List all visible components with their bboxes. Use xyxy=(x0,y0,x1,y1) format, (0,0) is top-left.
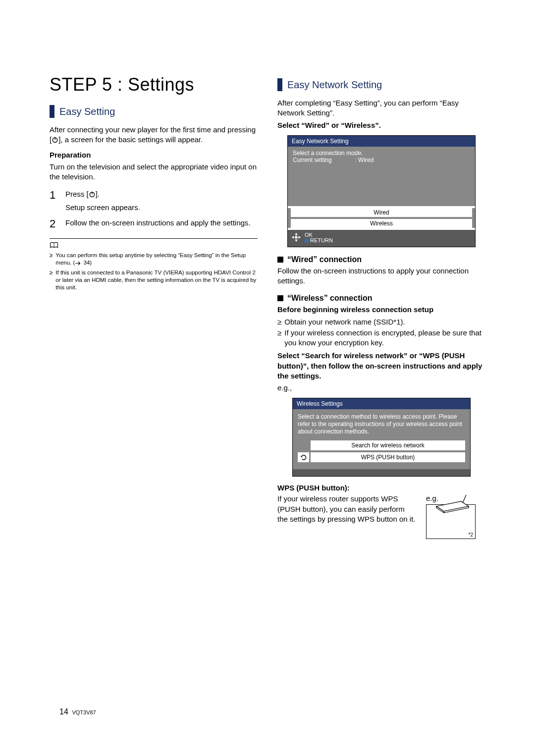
intro-text: After connecting your new player for the… xyxy=(50,125,258,146)
svg-point-5 xyxy=(295,236,298,239)
two-column-layout: STEP 5 : Settings Easy Setting After con… xyxy=(50,74,485,539)
return-dot-icon xyxy=(305,239,309,243)
router-icon xyxy=(431,494,471,516)
eg-label: e.g., xyxy=(277,383,485,393)
page-number: 14 xyxy=(59,707,68,716)
note2-text: If this unit is connected to a Panasonic… xyxy=(55,269,258,291)
page-footer: 14 VQT3V87 xyxy=(59,707,96,716)
square-bullet-icon xyxy=(277,257,283,263)
doc-code: VQT3V87 xyxy=(72,709,96,715)
note-item: ≥ You can perform this setup anytime by … xyxy=(50,252,258,268)
step1-sub: Setup screen appears. xyxy=(65,202,258,213)
bullet-dot-icon: ≥ xyxy=(50,269,53,291)
bullet-dot-icon: ≥ xyxy=(277,317,281,327)
easy-setting-heading-text: Easy Setting xyxy=(59,106,115,117)
step-number: 1 xyxy=(50,189,60,202)
step1-b: ]. xyxy=(96,190,100,198)
panel-title: Easy Network Setting xyxy=(288,136,475,147)
panel2-title: Wireless Settings xyxy=(293,398,470,409)
panel2-desc: Select a connection method to wireless a… xyxy=(298,413,465,435)
panel-line2-label: Current setting xyxy=(293,157,332,163)
power-icon xyxy=(89,190,96,200)
step1-a: Press [ xyxy=(65,190,89,198)
step-title: STEP 5 : Settings xyxy=(50,74,258,95)
list-item: ≥If your wireless connection is encrypte… xyxy=(277,328,485,348)
option-search-network[interactable]: Search for wireless network xyxy=(298,440,465,450)
bullet-dot-icon: ≥ xyxy=(50,252,53,268)
panel-body: Select a connection mode. Current settin… xyxy=(288,147,475,206)
option-search-label: Search for wireless network xyxy=(311,440,465,450)
note-text: You can perform this setup anytime by se… xyxy=(55,252,258,268)
ok-return-group: OK RETURN xyxy=(305,232,333,243)
left-column: STEP 5 : Settings Easy Setting After con… xyxy=(50,74,258,539)
wps-ref: *2 xyxy=(469,532,473,538)
wps-row: If your wireless router supports WPS (PU… xyxy=(277,494,485,539)
step-2: 2 Follow the on-screen instructions and … xyxy=(50,217,258,230)
panel-return: RETURN xyxy=(310,237,333,243)
easy-setting-heading: Easy Setting xyxy=(50,105,258,118)
wireless-b1: Obtain your network name (SSID*1). xyxy=(284,317,405,327)
page: STEP 5 : Settings Easy Setting After con… xyxy=(0,0,535,756)
option-wps-label: WPS (PUSH button) xyxy=(311,452,465,462)
panel-options: Wired Wireless xyxy=(288,208,475,228)
option-wps-push[interactable]: WPS (PUSH button) xyxy=(298,452,465,462)
wired-heading: “Wired” connection xyxy=(277,255,485,264)
wireless-heading-text: “Wireless” connection xyxy=(287,294,372,302)
panel-footer: OK RETURN xyxy=(288,230,475,247)
wps-refresh-icon xyxy=(298,452,311,462)
step1-line: Press []. xyxy=(65,189,258,200)
easy-network-heading: Easy Network Setting xyxy=(277,78,485,91)
router-box: *2 xyxy=(426,504,476,539)
power-icon xyxy=(52,136,58,146)
wps-text: If your wireless router supports WPS (PU… xyxy=(277,494,416,524)
option-wireless[interactable]: Wireless xyxy=(291,219,472,228)
numbered-steps: 1 Press []. Setup screen appears. 2 Foll… xyxy=(50,189,258,230)
wired-heading-text: “Wired” connection xyxy=(287,255,362,264)
wps-figure: e.g. *2 xyxy=(426,494,485,539)
wireless-settings-panel: Wireless Settings Select a connection me… xyxy=(292,398,471,477)
wireless-b2: If your wireless connection is encrypted… xyxy=(284,328,485,348)
svg-line-9 xyxy=(463,495,466,503)
panel-line2-value: : Wired xyxy=(355,157,374,163)
separator xyxy=(50,238,258,239)
note1-ref: 34) xyxy=(82,260,92,266)
network-setting-panel: Easy Network Setting Select a connection… xyxy=(287,135,476,247)
cross-ref-icon xyxy=(75,261,82,268)
dpad-icon xyxy=(291,232,302,244)
option-wired[interactable]: Wired xyxy=(291,208,472,217)
note-book-icon xyxy=(50,242,58,251)
wireless-heading: “Wireless” connection xyxy=(277,294,485,303)
heading-bar-icon xyxy=(50,105,54,118)
panel2-bottom-strip xyxy=(293,469,470,476)
step2-text: Follow the on-screen instructions and ap… xyxy=(65,217,258,228)
intro-text-b: ], a screen for the basic settings will … xyxy=(58,135,203,144)
right-column: Easy Network Setting After completing “E… xyxy=(277,74,485,539)
square-bullet-icon xyxy=(277,295,283,301)
blank-cell xyxy=(298,440,311,450)
notes: ≥ You can perform this setup anytime by … xyxy=(50,252,258,291)
easy-network-heading-text: Easy Network Setting xyxy=(287,79,382,91)
heading-bar-icon xyxy=(277,78,282,91)
wps-title: WPS (PUSH button): xyxy=(277,484,485,492)
step-1: 1 Press []. Setup screen appears. xyxy=(50,189,258,213)
after-text: After completing “Easy Setting”, you can… xyxy=(277,98,485,118)
select-text: Select “Wired” or “Wireless”. xyxy=(277,120,485,130)
panel2-body: Select a connection method to wireless a… xyxy=(293,409,470,469)
preparation-label: Preparation xyxy=(50,150,258,160)
wireless-before: Before beginning wireless connection set… xyxy=(277,305,485,315)
list-item: ≥Obtain your network name (SSID*1). xyxy=(277,317,485,327)
wireless-bullets: ≥Obtain your network name (SSID*1). ≥If … xyxy=(277,317,485,348)
preparation-text: Turn on the television and select the ap… xyxy=(50,162,258,182)
note-item: ≥ If this unit is connected to a Panason… xyxy=(50,269,258,291)
step-number: 2 xyxy=(50,217,60,230)
panel-line2: Current setting : Wired xyxy=(293,157,470,163)
step-body: Press []. Setup screen appears. xyxy=(65,189,258,213)
panel-line1: Select a connection mode. xyxy=(293,150,470,157)
wireless-select: Select “Search for wireless network” or … xyxy=(277,351,485,381)
bullet-dot-icon: ≥ xyxy=(277,328,281,348)
wired-text: Follow the on-screen instructions to app… xyxy=(277,266,485,286)
